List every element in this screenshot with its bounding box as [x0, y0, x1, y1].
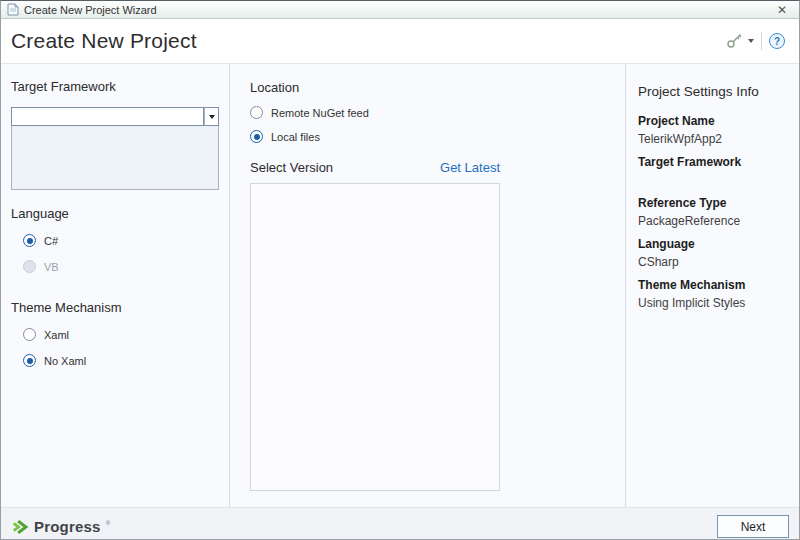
get-latest-link[interactable]: Get Latest [440, 160, 500, 175]
header-actions: ? [726, 32, 785, 50]
progress-logo-icon [11, 518, 29, 536]
title-bar: Create New Project Wizard ✕ [1, 1, 799, 19]
target-framework-dropdown-list[interactable] [11, 126, 219, 190]
create-new-project-wizard-window: Create New Project Wizard ✕ Create New P… [0, 0, 800, 540]
help-icon[interactable]: ? [769, 33, 785, 49]
theme-mechanism-radio-group: Xaml No Xaml [23, 328, 219, 367]
window-title: Create New Project Wizard [24, 4, 771, 16]
field-reference-type: Reference Type PackageReference [638, 196, 787, 229]
location-radio-group: Remote NuGet feed Local files [250, 106, 605, 143]
license-key-button[interactable] [726, 33, 754, 49]
radio-option-vb: VB [23, 260, 219, 273]
chevron-down-icon [209, 115, 215, 119]
radio-option-noxaml[interactable]: No Xaml [23, 354, 219, 367]
select-version-label: Select Version [250, 160, 333, 175]
theme-mechanism-label: Theme Mechanism [11, 300, 219, 315]
target-framework-input[interactable] [11, 107, 204, 126]
field-theme-mechanism: Theme Mechanism Using Implicit Styles [638, 278, 787, 311]
wizard-footer: Progress ® Next [1, 507, 799, 540]
page-title: Create New Project [11, 29, 197, 53]
field-project-name: Project Name TelerikWpfApp2 [638, 114, 787, 147]
radio-option-csharp[interactable]: C# [23, 234, 219, 247]
close-icon[interactable]: ✕ [771, 2, 793, 18]
combobox-dropdown-button[interactable] [204, 107, 219, 126]
radio-unchecked-icon [250, 106, 263, 119]
radio-unchecked-icon [23, 328, 36, 341]
radio-option-xaml[interactable]: Xaml [23, 328, 219, 341]
location-label: Location [250, 80, 605, 95]
radio-option-local-files[interactable]: Local files [250, 130, 605, 143]
chevron-down-icon [748, 39, 754, 43]
progress-brand-mark: ® [106, 520, 110, 526]
radio-option-remote-nuget[interactable]: Remote NuGet feed [250, 106, 605, 119]
radio-checked-icon [250, 130, 263, 143]
target-framework-combobox [11, 107, 219, 126]
target-framework-label: Target Framework [11, 79, 219, 94]
license-key-icon [726, 33, 744, 49]
radio-disabled-icon [23, 260, 36, 273]
select-version-row: Select Version Get Latest [250, 160, 500, 175]
field-target-framework: Target Framework [638, 155, 787, 188]
location-version-panel: Location Remote NuGet feed Local files S… [230, 64, 626, 507]
radio-checked-icon [23, 234, 36, 247]
project-settings-info-panel: Project Settings Info Project Name Teler… [626, 64, 799, 507]
header-divider [761, 32, 762, 50]
version-list[interactable] [250, 183, 500, 491]
progress-brand: Progress ® [11, 518, 110, 536]
progress-brand-text: Progress [34, 518, 101, 535]
project-settings-info-title: Project Settings Info [638, 84, 787, 99]
window-document-icon [7, 3, 19, 16]
language-label: Language [11, 206, 219, 221]
wizard-header: Create New Project ? [1, 19, 799, 63]
main-content: Target Framework Language C# VB The [1, 63, 799, 507]
language-radio-group: C# VB [23, 234, 219, 273]
next-button[interactable]: Next [717, 515, 789, 538]
radio-checked-icon [23, 354, 36, 367]
framework-language-panel: Target Framework Language C# VB The [1, 64, 230, 507]
field-language: Language CSharp [638, 237, 787, 270]
